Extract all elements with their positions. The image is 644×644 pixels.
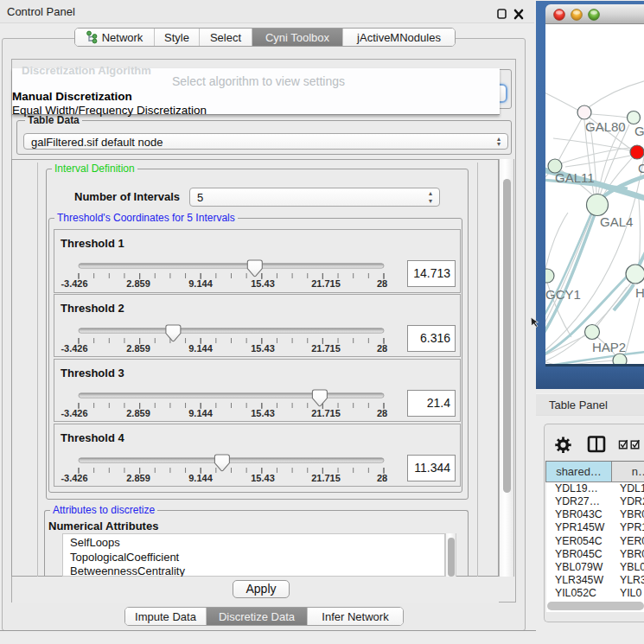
svg-text:C: C — [638, 161, 644, 175]
svg-text:-3.426: -3.426 — [61, 343, 87, 354]
svg-text:15.43: 15.43 — [251, 408, 275, 418]
svg-text:15.43: 15.43 — [251, 473, 275, 483]
svg-text:28: 28 — [377, 343, 387, 354]
svg-text:21.715: 21.715 — [311, 278, 341, 289]
svg-text:9.144: 9.144 — [188, 343, 213, 354]
svg-text:H: H — [635, 285, 644, 300]
svg-text:GAL11: GAL11 — [555, 170, 595, 185]
svg-text:9.144: 9.144 — [188, 408, 213, 418]
svg-text:GA: GA — [634, 124, 644, 138]
svg-text:15.43: 15.43 — [251, 278, 275, 289]
svg-text:2.859: 2.859 — [126, 278, 150, 289]
svg-text:9.144: 9.144 — [188, 278, 213, 289]
svg-text:21.715: 21.715 — [311, 343, 341, 354]
svg-text:HAP2: HAP2 — [592, 340, 626, 354]
svg-text:-3.426: -3.426 — [61, 473, 87, 483]
svg-text:15.43: 15.43 — [251, 343, 275, 354]
svg-text:-3.426: -3.426 — [61, 278, 87, 289]
svg-text:2.859: 2.859 — [126, 343, 150, 354]
svg-text:GAL4: GAL4 — [600, 214, 633, 229]
svg-text:GAL80: GAL80 — [585, 119, 626, 134]
svg-text:9.144: 9.144 — [188, 473, 213, 483]
svg-text:28: 28 — [377, 473, 387, 483]
svg-text:GCY1: GCY1 — [545, 287, 581, 302]
svg-text:28: 28 — [377, 408, 387, 418]
svg-text:21.715: 21.715 — [311, 408, 341, 418]
svg-text:21.715: 21.715 — [311, 473, 341, 483]
svg-text:28: 28 — [377, 278, 387, 289]
svg-text:2.859: 2.859 — [126, 473, 150, 483]
svg-text:-3.426: -3.426 — [61, 408, 87, 418]
svg-text:2.859: 2.859 — [126, 408, 150, 418]
